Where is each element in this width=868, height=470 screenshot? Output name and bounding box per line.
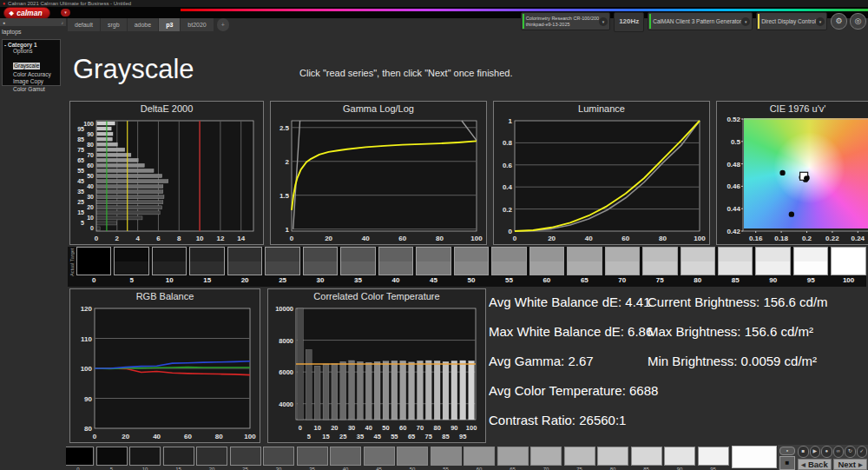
- deltae-chart: DeltaE 200002468101214051015202530354045…: [69, 101, 264, 245]
- next-arrow-icon: ▶: [858, 461, 863, 467]
- grayscale-cell-90: 90: [755, 247, 790, 287]
- back-button[interactable]: ◀Back: [798, 459, 832, 470]
- svg-text:6: 6: [156, 235, 161, 242]
- svg-text:60: 60: [398, 235, 406, 242]
- bottom-patch-label: 40: [330, 466, 361, 470]
- grayscale-cell-label: 75: [642, 275, 677, 286]
- target-icon[interactable]: ◎: [850, 13, 866, 30]
- grayscale-cell-30: 30: [303, 247, 338, 287]
- svg-text:10: 10: [196, 235, 204, 242]
- grayscale-cell-5: 5: [114, 247, 148, 287]
- next-button[interactable]: Next▶: [833, 459, 867, 470]
- rgb-balance-chart: RGB Balance8090100110120020406080100: [69, 288, 260, 443]
- svg-text:1: 1: [509, 117, 513, 125]
- tree-category[interactable]: - Category 1: [4, 42, 60, 48]
- grayscale-cell-label: 10: [152, 275, 187, 286]
- svg-text:35: 35: [77, 189, 84, 195]
- sidebar-item-color-accuracy[interactable]: Color Accuracy: [13, 71, 60, 79]
- instruction-text: Click "read series", then click "Next" o…: [299, 68, 513, 78]
- grayscale-cell-50: 50: [454, 247, 489, 287]
- collapse-icon[interactable]: -: [4, 42, 6, 48]
- actual-patch: [228, 261, 261, 275]
- actual-patch: [756, 261, 789, 275]
- stop-icon[interactable]: ■: [798, 446, 809, 458]
- actual-patch: [417, 261, 450, 275]
- bottom-level-20: 20: [196, 447, 227, 470]
- record-icon[interactable]: ●: [821, 446, 832, 458]
- svg-text:45: 45: [77, 178, 84, 184]
- bottom-patch: [330, 447, 361, 466]
- readout-row: Contrast Ratio: 26560:1: [489, 405, 868, 434]
- sidebar-item-options[interactable]: Options: [13, 48, 60, 56]
- sidebar-item-grayscale[interactable]: Grayscale: [13, 63, 40, 70]
- target-patch: [568, 248, 601, 261]
- target-patch: [455, 248, 488, 261]
- options-button[interactable]: ●: [779, 447, 795, 455]
- refresh-icon[interactable]: ↻: [845, 446, 856, 458]
- tab-srgb[interactable]: srgb: [101, 18, 127, 31]
- bottom-patch-label: 80: [597, 466, 628, 470]
- svg-text:0.48: 0.48: [727, 161, 740, 169]
- bottom-patch-label: 35: [297, 466, 328, 470]
- stop-button[interactable]: ■: [779, 456, 795, 470]
- actual-patch: [643, 261, 676, 275]
- meter-dropdown-icon[interactable]: ▾: [599, 17, 608, 26]
- pattern-generator-name: CalMAN Client 3 Pattern Generator: [653, 18, 741, 24]
- bottom-level-25: 25: [230, 447, 261, 470]
- svg-text:0.2: 0.2: [802, 235, 812, 242]
- tab-add[interactable]: +: [217, 18, 229, 31]
- tab-default[interactable]: default: [68, 18, 100, 31]
- loop-icon[interactable]: ∞: [833, 446, 845, 458]
- bottom-patch: [230, 447, 261, 466]
- bottom-patch: [530, 447, 562, 466]
- display-dropdown-icon[interactable]: ▾: [816, 17, 825, 26]
- page-title: Grayscale: [73, 54, 194, 85]
- chart-title: Correlated Color Temperature: [268, 289, 485, 303]
- meter-selector[interactable]: Colorimetry Research CR-100/200thinkpad-…: [521, 12, 610, 30]
- svg-text:65: 65: [77, 157, 84, 163]
- main-menu-dropdown-button[interactable]: ▾: [61, 9, 70, 17]
- tab-adobe[interactable]: adobe: [128, 18, 158, 31]
- grayscale-cell-label: 20: [227, 275, 262, 286]
- grayscale-comparison-strip: TargetActual 051015202530354045505560657…: [68, 247, 866, 287]
- grayscale-cell-label: 95: [793, 275, 828, 286]
- svg-text:85: 85: [442, 433, 449, 440]
- calman-logo[interactable]: ❖calman: [3, 7, 50, 19]
- sidebar-item-image-copy[interactable]: Image Copy: [13, 78, 60, 86]
- play-icon[interactable]: ▶: [810, 446, 821, 458]
- tab-bt2020[interactable]: bt2020: [181, 18, 213, 31]
- svg-text:30: 30: [87, 194, 94, 200]
- display-control-selector[interactable]: Direct Display Control ▾: [756, 12, 827, 30]
- tab-p3[interactable]: p3: [159, 18, 180, 31]
- bottom-level-0: 0: [62, 447, 94, 470]
- bottom-patch-label: 60: [464, 466, 495, 470]
- svg-text:80: 80: [215, 433, 223, 440]
- sidebar-item-color-gamut[interactable]: Color Gamut: [13, 86, 60, 94]
- grayscale-cell-label: 0: [76, 275, 111, 286]
- pattern-generator-selector[interactable]: CalMAN Client 3 Pattern Generator ▾: [648, 12, 753, 30]
- check-icon[interactable]: ✓: [857, 446, 868, 458]
- svg-text:12: 12: [216, 235, 224, 242]
- svg-text:80: 80: [87, 142, 94, 148]
- bottom-level-75: 75: [564, 447, 595, 470]
- bottom-patch: [129, 447, 161, 466]
- svg-text:110: 110: [81, 335, 92, 343]
- target-patch: [492, 248, 525, 261]
- grayscale-cell-55: 55: [491, 247, 526, 287]
- svg-text:0.4: 0.4: [503, 183, 513, 191]
- bottom-level-55: 55: [431, 447, 462, 470]
- readout-value: Avg White Balance dE: 4.41: [489, 295, 648, 309]
- gear-icon[interactable]: ⚙: [831, 13, 847, 30]
- bottom-patch-label: 10: [129, 466, 161, 470]
- bottom-patch: [597, 447, 628, 466]
- bottom-patch-label: 5: [96, 466, 128, 470]
- bottom-patch: [698, 447, 729, 466]
- app-icon: ♦: [3, 1, 5, 6]
- audio-icon[interactable]: ♪: [62, 20, 64, 25]
- pattern-dropdown-icon[interactable]: ▾: [741, 17, 750, 26]
- target-patch: [719, 248, 752, 261]
- svg-text:65: 65: [408, 433, 415, 440]
- titlebar: ♦Calman 2021 Calman Ultimate for Busines…: [0, 0, 868, 7]
- svg-text:40: 40: [365, 424, 372, 432]
- grayscale-cell-label: 35: [340, 275, 375, 286]
